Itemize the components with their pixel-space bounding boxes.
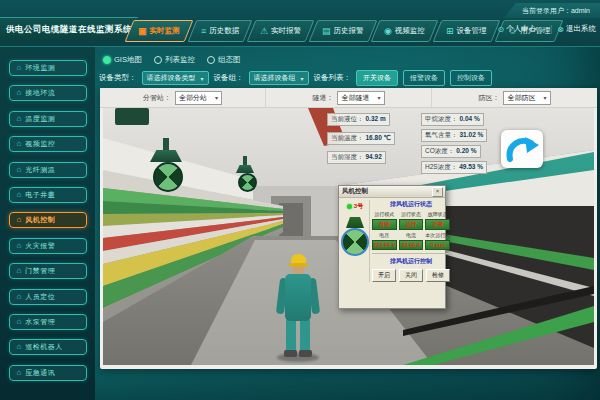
filter-select[interactable]: 全部防区 ▾ <box>503 91 550 105</box>
device-list-button[interactable]: 控制设备 <box>450 70 492 86</box>
device-type-label: 设备类型： <box>99 73 137 83</box>
sidebar-item[interactable]: ⌂ 巡检机器人 <box>9 339 87 355</box>
curved-arrow-icon <box>505 135 539 163</box>
house-icon: ⌂ <box>17 343 22 351</box>
scene-forward-arrow-button[interactable] <box>501 130 543 168</box>
app-title-plate: 供电公司电缆隧道在线监测系统 <box>0 17 138 41</box>
tab-icon: ◉ <box>384 27 392 36</box>
tab-label: 视频监控 <box>395 26 425 36</box>
tab-icon: ⊞ <box>446 27 454 36</box>
led-icon <box>347 204 352 209</box>
tab-icon: ▤ <box>322 27 331 36</box>
nav-tab[interactable]: ▣ 实时监测 <box>125 20 193 42</box>
nav-tab[interactable]: ◉ 视频监控 <box>371 20 439 42</box>
sidebar-item[interactable]: ⌂ 水泵管理 <box>9 314 87 330</box>
chevron-down-icon: ▾ <box>543 94 546 101</box>
radio-label: 列表监控 <box>165 55 195 65</box>
fan-blade-icon <box>238 173 257 192</box>
nav-tab[interactable]: ▤ 历史报警 <box>308 20 376 42</box>
fan-control-button[interactable]: 检修 <box>426 269 450 282</box>
sidebar-item[interactable]: ⌂ 人员定位 <box>9 289 87 305</box>
sensor-readings-right: 甲烷浓度： 0.04 % 氧气含量： 31.02 % CO浓度： 0.20 % <box>421 113 487 174</box>
close-icon[interactable]: × <box>432 187 443 197</box>
view-mode-radio[interactable]: 列表监控 <box>154 55 195 65</box>
fan-control-button[interactable]: 开启 <box>372 269 396 282</box>
sidebar-item-label: 环境监测 <box>25 63 55 73</box>
sidebar-item[interactable]: ⌂ 接地环流 <box>9 85 87 101</box>
house-icon: ⌂ <box>17 293 22 301</box>
top-bar: 供电公司电缆隧道在线监测系统 ▣ 实时监测 ≡ 历史数据 <box>0 0 600 47</box>
personal-center-menu[interactable]: ⊙ 个人中心 ⌄ <box>498 24 545 34</box>
sidebar: ⌂ 环境监测 ⌂ 接地环流 ⌂ 温度监测 ⌂ 视频监控 ⌂ 光纤测温 <box>0 46 95 400</box>
fan-unit-label: 3号 <box>354 202 363 211</box>
sidebar-item[interactable]: ⌂ 环境监测 <box>9 60 87 76</box>
person-icon: ⊙ <box>498 25 505 34</box>
sidebar-item-label: 电子井盖 <box>25 190 55 200</box>
status-value: 运行 <box>399 219 424 230</box>
status-value: 正常 <box>425 219 450 230</box>
sensor-row: CO浓度： 0.20 % <box>421 145 481 158</box>
nav-tab[interactable]: ⊞ 设备管理 <box>433 20 500 42</box>
sensor-row: 甲烷浓度： 0.04 % <box>421 113 484 126</box>
filter-select[interactable]: 全部分站 ▾ <box>175 91 222 105</box>
worker-figure <box>275 254 321 362</box>
house-icon: ⌂ <box>17 318 22 326</box>
device-list-button[interactable]: 报警设备 <box>403 70 445 86</box>
sidebar-item[interactable]: ⌂ 视频监控 <box>9 136 87 152</box>
metric-label: 电压 <box>372 232 397 238</box>
logout-button[interactable]: ⊗ 退出系统 <box>557 24 596 34</box>
filter-label: 分管站： <box>143 93 171 103</box>
fan-status-header: 排风机运行状态 <box>372 200 450 209</box>
tab-label: 设备管理 <box>457 26 487 36</box>
radio-dot-icon <box>207 56 215 64</box>
sidebar-item[interactable]: ⌂ 应急通讯 <box>9 365 87 381</box>
fan-graphic-housing <box>345 217 365 228</box>
radio-dot-icon <box>154 56 162 64</box>
sensor-row: 当前温度： 16.80 ℃ <box>327 132 395 145</box>
sidebar-item[interactable]: ⌂ 电子井盖 <box>9 187 87 203</box>
menu-divider: | <box>550 24 552 34</box>
sidebar-item-label: 应急通讯 <box>25 368 55 378</box>
sidebar-item-label: 火灾报警 <box>25 241 55 251</box>
app-root: 供电公司电缆隧道在线监测系统 ▣ 实时监测 ≡ 历史数据 <box>0 0 600 400</box>
fan-unit-box <box>115 108 149 125</box>
location-filter-row: 分管站： 全部分站 ▾ 隧道： 全部隧道 ▾ <box>100 88 597 108</box>
nav-tab[interactable]: ≡ 历史数据 <box>187 20 252 42</box>
sidebar-item[interactable]: ⌂ 风机控制 <box>9 212 87 228</box>
view-mode-radio[interactable]: 组态图 <box>207 55 241 65</box>
house-icon: ⌂ <box>17 191 22 199</box>
device-group-select[interactable]: 请选择设备组 ▾ <box>249 71 309 85</box>
metric-label: 本次运行时间 <box>425 232 450 238</box>
filter-label: 隧道： <box>312 93 333 103</box>
tab-label: 实时监测 <box>150 26 180 36</box>
filter-cell: 分管站： 全部分站 ▾ <box>100 88 266 107</box>
fan-status-led: 3号 <box>347 202 363 211</box>
house-icon: ⌂ <box>17 115 22 123</box>
tab-icon: ⚠ <box>260 27 268 36</box>
current-user-label: 当前登录用户：admin <box>522 6 590 16</box>
chevron-down-icon: ▾ <box>215 94 218 101</box>
chevron-down-icon: ⌄ <box>538 25 545 34</box>
sidebar-item[interactable]: ⌂ 门禁管理 <box>9 263 87 279</box>
nav-tab[interactable]: ⚠ 实时报警 <box>246 20 314 42</box>
device-type-select[interactable]: 请选择设备类型 ▾ <box>142 71 209 85</box>
sidebar-item[interactable]: ⌂ 火灾报警 <box>9 238 87 254</box>
view-mode-radio[interactable]: GIS地图 <box>103 55 142 65</box>
house-icon: ⌂ <box>17 369 22 377</box>
main-nav-tabs: ▣ 实时监测 ≡ 历史数据 ⚠ 实时报警 <box>129 20 559 42</box>
divider <box>372 253 450 254</box>
device-list-button[interactable]: 开关设备 <box>356 70 398 86</box>
fan-graphic-icon <box>341 228 369 256</box>
house-icon: ⌂ <box>17 267 22 275</box>
house-icon: ⌂ <box>17 216 22 224</box>
sidebar-item-label: 人员定位 <box>25 292 55 302</box>
fan-control-button[interactable]: 关闭 <box>399 269 423 282</box>
tab-label: 历史报警 <box>333 26 363 36</box>
filter-label: 防区： <box>478 93 499 103</box>
filter-select[interactable]: 全部隧道 ▾ <box>337 91 384 105</box>
sidebar-item[interactable]: ⌂ 光纤测温 <box>9 162 87 178</box>
dialog-titlebar[interactable]: 风机控制 × <box>339 186 445 198</box>
sidebar-item[interactable]: ⌂ 温度监测 <box>9 111 87 127</box>
chevron-down-icon: ▾ <box>377 94 380 101</box>
status-label: 运行模式 <box>372 211 397 217</box>
